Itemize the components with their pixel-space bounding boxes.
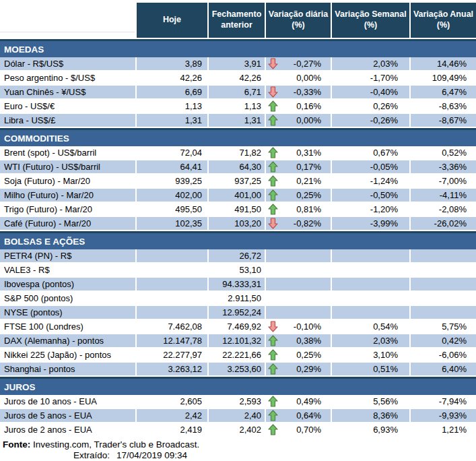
cell-variacao-semanal[interactable]: 2,03% [332, 57, 411, 71]
cell-hoje[interactable]: 1,13 [137, 100, 209, 114]
cell-variacao-diaria[interactable]: 0,49% [266, 395, 332, 409]
cell-variacao-anual[interactable] [411, 292, 476, 306]
cell-hoje[interactable] [137, 249, 209, 264]
cell-variacao-anual[interactable]: -8,67% [411, 114, 476, 128]
row-label[interactable]: Yuan Chinês - ¥/US$ [0, 86, 137, 100]
cell-variacao-semanal[interactable] [332, 264, 411, 278]
cell-variacao-diaria[interactable]: -0,82% [266, 217, 332, 231]
cell-variacao-diaria[interactable]: 0,25% [266, 348, 332, 363]
cell-variacao-semanal[interactable]: 6,93% [332, 423, 411, 437]
cell-fechamento-anterior[interactable]: 12.101,32 [209, 334, 266, 348]
column-header-hoje[interactable]: Hoje [137, 3, 209, 38]
cell-hoje[interactable]: 1,31 [137, 114, 209, 128]
cell-fechamento-anterior[interactable]: 64,30 [209, 160, 266, 175]
cell-variacao-semanal[interactable]: 2,03% [332, 334, 411, 348]
cell-hoje[interactable] [137, 292, 209, 306]
row-label[interactable]: Juros de 10 anos - EUA [0, 395, 137, 409]
section-header-commodities[interactable]: COMMODITIES [0, 128, 476, 146]
cell-hoje[interactable]: 2,605 [137, 395, 209, 409]
column-header-var-semanal[interactable]: Variação Semanal (%) [332, 3, 411, 38]
cell-variacao-diaria[interactable]: 0,29% [266, 363, 332, 377]
cell-fechamento-anterior[interactable]: 22.221,66 [209, 348, 266, 363]
cell-hoje[interactable]: 6,69 [137, 86, 209, 100]
cell-hoje[interactable]: 42,26 [137, 71, 209, 86]
row-label[interactable]: NYSE (pontos) [0, 306, 137, 320]
section-header-juros[interactable]: JUROS [0, 377, 476, 395]
cell-variacao-semanal[interactable]: 0,26% [332, 100, 411, 114]
cell-hoje[interactable]: 72,04 [137, 146, 209, 160]
cell-variacao-semanal[interactable] [332, 278, 411, 292]
cell-hoje[interactable]: 939,25 [137, 175, 209, 189]
cell-fechamento-anterior[interactable]: 42,26 [209, 71, 266, 86]
cell-hoje[interactable]: 2,42 [137, 409, 209, 423]
cell-variacao-anual[interactable]: 14,46% [411, 57, 476, 71]
cell-hoje[interactable]: 402,00 [137, 189, 209, 203]
cell-variacao-semanal[interactable]: 0,67% [332, 146, 411, 160]
cell-variacao-semanal[interactable]: -0,05% [332, 160, 411, 175]
row-label[interactable]: Brent (spot) - US$/barril [0, 146, 137, 160]
cell-variacao-anual[interactable]: 1,21% [411, 423, 476, 437]
cell-variacao-diaria[interactable]: 0,25% [266, 189, 332, 203]
cell-variacao-diaria[interactable]: -0,33% [266, 86, 332, 100]
cell-variacao-diaria[interactable] [266, 264, 332, 278]
cell-fechamento-anterior[interactable]: 401,00 [209, 189, 266, 203]
cell-hoje[interactable]: 3.263,12 [137, 363, 209, 377]
cell-hoje[interactable]: 7.462,08 [137, 320, 209, 334]
row-label[interactable]: S&P 500 (pontos) [0, 292, 137, 306]
cell-variacao-semanal[interactable] [332, 292, 411, 306]
cell-variacao-diaria[interactable]: 0,64% [266, 409, 332, 423]
row-label[interactable]: PETR4 (PN) - R$ [0, 249, 137, 264]
cell-variacao-semanal[interactable]: 0,51% [332, 363, 411, 377]
cell-variacao-anual[interactable]: 6,40% [411, 363, 476, 377]
cell-variacao-semanal[interactable]: -1,20% [332, 203, 411, 217]
cell-fechamento-anterior[interactable]: 12.952,24 [209, 306, 266, 320]
cell-fechamento-anterior[interactable]: 1,13 [209, 100, 266, 114]
column-header-var-diaria[interactable]: Variação diária (%) [266, 3, 332, 38]
cell-variacao-diaria[interactable]: 0,70% [266, 423, 332, 437]
row-label[interactable]: Café (Futuro) - Mar/20 [0, 217, 137, 231]
cell-variacao-anual[interactable]: -7,94% [411, 395, 476, 409]
cell-variacao-anual[interactable]: 0,52% [411, 146, 476, 160]
row-label[interactable]: Libra - US$/£ [0, 114, 137, 128]
cell-variacao-diaria[interactable]: 0,81% [266, 203, 332, 217]
cell-fechamento-anterior[interactable]: 2,402 [209, 423, 266, 437]
cell-fechamento-anterior[interactable]: 3.253,60 [209, 363, 266, 377]
row-label[interactable]: Milho (Futuro) - Mar/20 [0, 189, 137, 203]
row-label[interactable]: Peso argentino - $/US$ [0, 71, 137, 86]
row-label[interactable]: VALE3 - R$ [0, 264, 137, 278]
cell-fechamento-anterior[interactable]: 491,50 [209, 203, 266, 217]
cell-variacao-semanal[interactable] [332, 249, 411, 264]
row-label[interactable]: WTI (Futuro) - US$/barril [0, 160, 137, 175]
row-label[interactable]: Nikkei 225 (Japão) - pontos [0, 348, 137, 363]
row-label[interactable]: DAX (Alemanha) - pontos [0, 334, 137, 348]
column-header-var-anual[interactable]: Variação Anual (%) [411, 3, 476, 38]
cell-fechamento-anterior[interactable]: 2,593 [209, 395, 266, 409]
cell-fechamento-anterior[interactable]: 3,91 [209, 57, 266, 71]
cell-hoje[interactable]: 64,41 [137, 160, 209, 175]
cell-variacao-semanal[interactable]: -0,26% [332, 114, 411, 128]
cell-variacao-anual[interactable]: -2,08% [411, 203, 476, 217]
section-header-bolsas-e-acoes[interactable]: BOLSAS E AÇÕES [0, 231, 476, 249]
section-header-moedas[interactable]: MOEDAS [0, 39, 476, 57]
cell-variacao-diaria[interactable]: 0,21% [266, 175, 332, 189]
cell-variacao-anual[interactable]: -3,36% [411, 160, 476, 175]
cell-fechamento-anterior[interactable]: 103,20 [209, 217, 266, 231]
cell-fechamento-anterior[interactable]: 6,71 [209, 86, 266, 100]
cell-variacao-diaria[interactable] [266, 249, 332, 264]
cell-fechamento-anterior[interactable]: 937,25 [209, 175, 266, 189]
cell-variacao-semanal[interactable]: 0,54% [332, 320, 411, 334]
cell-fechamento-anterior[interactable]: 71,82 [209, 146, 266, 160]
cell-hoje[interactable]: 495,50 [137, 203, 209, 217]
cell-variacao-anual[interactable]: -4,11% [411, 189, 476, 203]
cell-variacao-anual[interactable]: -26,02% [411, 217, 476, 231]
cell-variacao-anual[interactable]: -9,93% [411, 409, 476, 423]
cell-variacao-anual[interactable]: -7,00% [411, 175, 476, 189]
cell-variacao-diaria[interactable] [266, 306, 332, 320]
cell-variacao-anual[interactable]: 6,47% [411, 86, 476, 100]
row-label[interactable]: Euro - US$/€ [0, 100, 137, 114]
cell-hoje[interactable]: 12.147,78 [137, 334, 209, 348]
cell-variacao-diaria[interactable]: -0,27% [266, 57, 332, 71]
cell-hoje[interactable]: 3,89 [137, 57, 209, 71]
cell-variacao-diaria[interactable] [266, 278, 332, 292]
row-label[interactable]: Dólar - R$/US$ [0, 57, 137, 71]
